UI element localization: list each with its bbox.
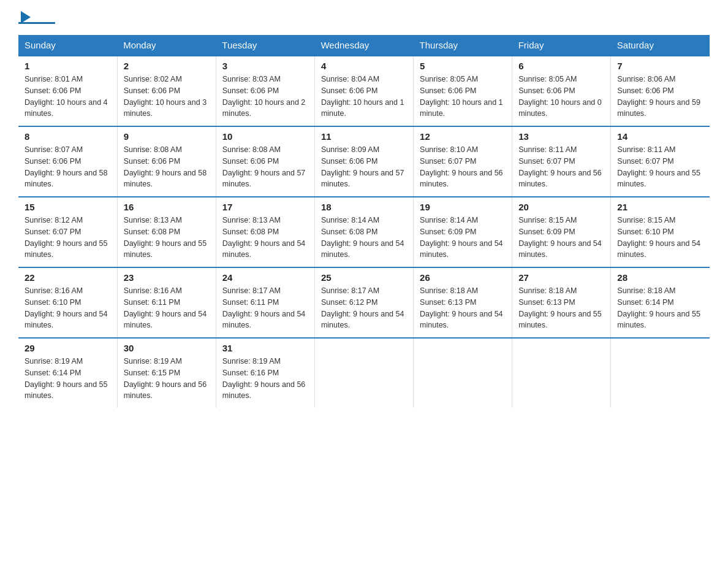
calendar-cell: 5Sunrise: 8:05 AMSunset: 6:06 PMDaylight…: [414, 56, 512, 126]
calendar-cell: 20Sunrise: 8:15 AMSunset: 6:09 PMDayligh…: [512, 197, 611, 267]
calendar-table: SundayMondayTuesdayWednesdayThursdayFrid…: [18, 35, 710, 408]
calendar-week-row: 29Sunrise: 8:19 AMSunset: 6:14 PMDayligh…: [18, 338, 710, 408]
calendar-week-row: 1Sunrise: 8:01 AMSunset: 6:06 PMDaylight…: [18, 56, 710, 126]
day-number: 5: [420, 61, 506, 71]
day-number: 16: [124, 202, 210, 212]
calendar-cell: 17Sunrise: 8:13 AMSunset: 6:08 PMDayligh…: [216, 197, 314, 267]
calendar-cell: 24Sunrise: 8:17 AMSunset: 6:11 PMDayligh…: [216, 267, 314, 338]
day-detail: Sunrise: 8:08 AMSunset: 6:06 PMDaylight:…: [124, 145, 207, 188]
day-number: 17: [222, 202, 308, 212]
day-detail: Sunrise: 8:05 AMSunset: 6:06 PMDaylight:…: [518, 75, 602, 118]
day-number: 22: [25, 272, 111, 283]
day-number: 20: [518, 202, 604, 212]
day-detail: Sunrise: 8:18 AMSunset: 6:13 PMDaylight:…: [420, 286, 503, 329]
day-detail: Sunrise: 8:14 AMSunset: 6:08 PMDaylight:…: [321, 216, 404, 259]
calendar-cell: 2Sunrise: 8:02 AMSunset: 6:06 PMDaylight…: [117, 56, 216, 126]
calendar-cell: [611, 338, 710, 408]
day-number: 13: [518, 131, 604, 142]
day-number: 15: [25, 202, 111, 212]
day-detail: Sunrise: 8:19 AMSunset: 6:14 PMDaylight:…: [25, 357, 108, 400]
day-detail: Sunrise: 8:13 AMSunset: 6:08 PMDaylight:…: [222, 216, 306, 259]
calendar-cell: 21Sunrise: 8:15 AMSunset: 6:10 PMDayligh…: [611, 197, 710, 267]
logo: [18, 12, 55, 24]
calendar-cell: 9Sunrise: 8:08 AMSunset: 6:06 PMDaylight…: [117, 126, 216, 197]
calendar-week-row: 8Sunrise: 8:07 AMSunset: 6:06 PMDaylight…: [18, 126, 710, 197]
day-detail: Sunrise: 8:16 AMSunset: 6:11 PMDaylight:…: [124, 286, 207, 329]
day-detail: Sunrise: 8:05 AMSunset: 6:06 PMDaylight:…: [420, 75, 503, 118]
day-number: 18: [321, 202, 407, 212]
day-number: 24: [222, 272, 308, 283]
day-number: 31: [222, 343, 308, 353]
day-number: 30: [124, 343, 210, 353]
calendar-cell: 18Sunrise: 8:14 AMSunset: 6:08 PMDayligh…: [314, 197, 413, 267]
logo-triangle-icon: [21, 11, 31, 23]
calendar-cell: 11Sunrise: 8:09 AMSunset: 6:06 PMDayligh…: [314, 126, 413, 197]
calendar-cell: [314, 338, 413, 408]
day-detail: Sunrise: 8:14 AMSunset: 6:09 PMDaylight:…: [420, 216, 503, 259]
calendar-cell: 14Sunrise: 8:11 AMSunset: 6:07 PMDayligh…: [611, 126, 710, 197]
weekday-header-row: SundayMondayTuesdayWednesdayThursdayFrid…: [18, 35, 710, 56]
weekday-header-wednesday: Wednesday: [314, 35, 413, 56]
day-detail: Sunrise: 8:11 AMSunset: 6:07 PMDaylight:…: [518, 145, 602, 188]
day-number: 19: [420, 202, 506, 212]
day-number: 10: [222, 131, 308, 142]
calendar-cell: 23Sunrise: 8:16 AMSunset: 6:11 PMDayligh…: [117, 267, 216, 338]
day-detail: Sunrise: 8:06 AMSunset: 6:06 PMDaylight:…: [617, 75, 700, 118]
calendar-cell: 31Sunrise: 8:19 AMSunset: 6:16 PMDayligh…: [216, 338, 314, 408]
calendar-cell: 25Sunrise: 8:17 AMSunset: 6:12 PMDayligh…: [314, 267, 413, 338]
weekday-header-sunday: Sunday: [18, 35, 117, 56]
day-number: 28: [617, 272, 703, 283]
day-detail: Sunrise: 8:09 AMSunset: 6:06 PMDaylight:…: [321, 145, 404, 188]
day-detail: Sunrise: 8:02 AMSunset: 6:06 PMDaylight:…: [124, 75, 207, 118]
day-number: 2: [124, 61, 210, 71]
day-number: 1: [25, 61, 111, 71]
calendar-cell: 30Sunrise: 8:19 AMSunset: 6:15 PMDayligh…: [117, 338, 216, 408]
day-number: 14: [617, 131, 703, 142]
weekday-header-friday: Friday: [512, 35, 611, 56]
page-header: [18, 12, 710, 24]
calendar-cell: 15Sunrise: 8:12 AMSunset: 6:07 PMDayligh…: [18, 197, 117, 267]
calendar-cell: 1Sunrise: 8:01 AMSunset: 6:06 PMDaylight…: [18, 56, 117, 126]
day-detail: Sunrise: 8:07 AMSunset: 6:06 PMDaylight:…: [25, 145, 108, 188]
day-detail: Sunrise: 8:18 AMSunset: 6:14 PMDaylight:…: [617, 286, 700, 329]
weekday-header-tuesday: Tuesday: [216, 35, 314, 56]
day-number: 6: [518, 61, 604, 71]
day-detail: Sunrise: 8:11 AMSunset: 6:07 PMDaylight:…: [617, 145, 700, 188]
day-detail: Sunrise: 8:12 AMSunset: 6:07 PMDaylight:…: [25, 216, 108, 259]
calendar-cell: 19Sunrise: 8:14 AMSunset: 6:09 PMDayligh…: [414, 197, 512, 267]
calendar-cell: 6Sunrise: 8:05 AMSunset: 6:06 PMDaylight…: [512, 56, 611, 126]
day-detail: Sunrise: 8:01 AMSunset: 6:06 PMDaylight:…: [25, 75, 108, 118]
calendar-cell: 12Sunrise: 8:10 AMSunset: 6:07 PMDayligh…: [414, 126, 512, 197]
day-detail: Sunrise: 8:17 AMSunset: 6:12 PMDaylight:…: [321, 286, 404, 329]
day-number: 25: [321, 272, 407, 283]
day-number: 3: [222, 61, 308, 71]
calendar-cell: 7Sunrise: 8:06 AMSunset: 6:06 PMDaylight…: [611, 56, 710, 126]
weekday-header-thursday: Thursday: [414, 35, 512, 56]
day-number: 7: [617, 61, 703, 71]
day-number: 11: [321, 131, 407, 142]
day-detail: Sunrise: 8:10 AMSunset: 6:07 PMDaylight:…: [420, 145, 503, 188]
day-number: 8: [25, 131, 111, 142]
calendar-cell: 27Sunrise: 8:18 AMSunset: 6:13 PMDayligh…: [512, 267, 611, 338]
calendar-cell: 29Sunrise: 8:19 AMSunset: 6:14 PMDayligh…: [18, 338, 117, 408]
calendar-cell: 28Sunrise: 8:18 AMSunset: 6:14 PMDayligh…: [611, 267, 710, 338]
calendar-week-row: 22Sunrise: 8:16 AMSunset: 6:10 PMDayligh…: [18, 267, 710, 338]
day-number: 12: [420, 131, 506, 142]
day-detail: Sunrise: 8:19 AMSunset: 6:15 PMDaylight:…: [124, 357, 207, 400]
day-detail: Sunrise: 8:19 AMSunset: 6:16 PMDaylight:…: [222, 357, 306, 400]
calendar-cell: 4Sunrise: 8:04 AMSunset: 6:06 PMDaylight…: [314, 56, 413, 126]
calendar-cell: [512, 338, 611, 408]
weekday-header-saturday: Saturday: [611, 35, 710, 56]
day-detail: Sunrise: 8:08 AMSunset: 6:06 PMDaylight:…: [222, 145, 306, 188]
calendar-cell: 26Sunrise: 8:18 AMSunset: 6:13 PMDayligh…: [414, 267, 512, 338]
calendar-cell: [414, 338, 512, 408]
calendar-cell: 16Sunrise: 8:13 AMSunset: 6:08 PMDayligh…: [117, 197, 216, 267]
calendar-week-row: 15Sunrise: 8:12 AMSunset: 6:07 PMDayligh…: [18, 197, 710, 267]
day-number: 29: [25, 343, 111, 353]
day-detail: Sunrise: 8:04 AMSunset: 6:06 PMDaylight:…: [321, 75, 404, 118]
day-detail: Sunrise: 8:15 AMSunset: 6:10 PMDaylight:…: [617, 216, 700, 259]
day-number: 21: [617, 202, 703, 212]
day-detail: Sunrise: 8:15 AMSunset: 6:09 PMDaylight:…: [518, 216, 602, 259]
day-number: 27: [518, 272, 604, 283]
day-detail: Sunrise: 8:17 AMSunset: 6:11 PMDaylight:…: [222, 286, 306, 329]
